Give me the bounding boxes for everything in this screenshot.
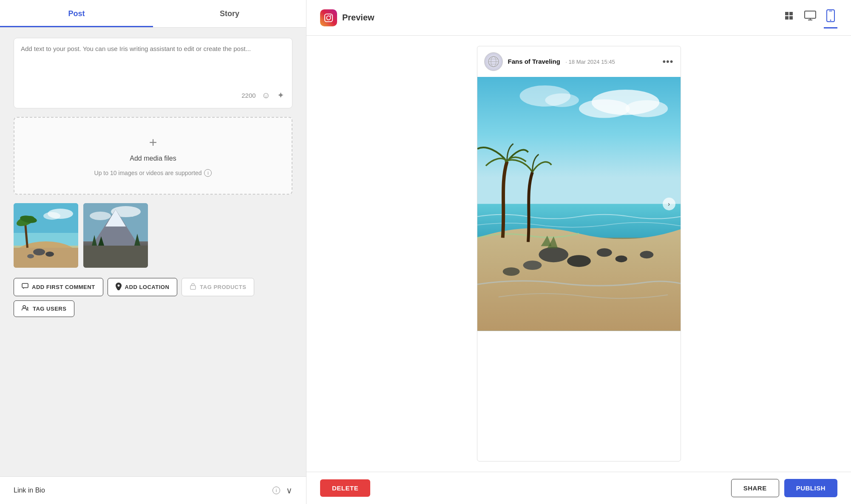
preview-title-group: Preview [320, 9, 374, 26]
tabs-container: Post Story [0, 0, 306, 28]
svg-point-56 [640, 251, 653, 258]
upload-hint-text: Up to 10 images or videos are supported [94, 170, 202, 176]
plus-icon: + [23, 135, 283, 150]
svg-point-45 [579, 99, 630, 118]
publish-button[interactable]: PUBLISH [784, 479, 837, 497]
svg-point-46 [625, 100, 668, 117]
tag-users-button[interactable]: TAG USERS [14, 300, 74, 317]
post-meta: Fans of Traveling · 18 Mar 2024 15:45 [508, 58, 658, 65]
add-first-comment-label: ADD FIRST COMMENT [32, 284, 95, 290]
tag-products-label: TAG PRODUCTS [200, 284, 246, 290]
mobile-view-button[interactable] [824, 7, 837, 28]
right-panel: Preview [306, 0, 851, 504]
svg-point-53 [596, 248, 612, 257]
add-location-button[interactable]: ADD LOCATION [108, 278, 178, 296]
magic-button[interactable]: ✦ [276, 89, 285, 101]
grid-view-button[interactable] [781, 8, 797, 27]
preview-footer: DELETE SHARE PUBLISH [306, 472, 851, 504]
device-icons [781, 7, 837, 28]
avatar [484, 52, 503, 71]
instagram-icon [320, 9, 337, 26]
svg-point-36 [830, 20, 831, 21]
bottom-bar-actions: i ∨ [272, 485, 292, 496]
svg-rect-34 [805, 11, 816, 18]
thumbnail-row [14, 203, 292, 268]
svg-point-54 [615, 255, 627, 262]
bottom-info-icon[interactable]: i [272, 487, 280, 494]
text-area-wrapper: 2200 ☺ ✦ [14, 38, 292, 108]
svg-point-14 [90, 212, 111, 220]
svg-rect-30 [785, 12, 789, 15]
post-author: Fans of Traveling [508, 58, 560, 65]
preview-content: Fans of Traveling · 18 Mar 2024 15:45 ••… [306, 36, 851, 472]
thumbnail-mountain[interactable] [83, 203, 148, 268]
delete-button[interactable]: DELETE [320, 479, 370, 497]
post-textarea[interactable] [21, 45, 285, 88]
post-card: Fans of Traveling · 18 Mar 2024 15:45 ••… [477, 46, 681, 462]
svg-rect-23 [22, 283, 28, 288]
emoji-button[interactable]: ☺ [261, 90, 271, 101]
info-icon: i [204, 169, 212, 177]
tag-users-label: TAG USERS [33, 306, 66, 312]
bag-icon [190, 283, 196, 291]
share-button[interactable]: SHARE [731, 479, 779, 497]
svg-rect-19 [83, 246, 148, 268]
desktop-view-button[interactable] [802, 8, 819, 27]
more-options-icon[interactable]: ••• [662, 56, 673, 67]
post-image: › [477, 77, 681, 331]
svg-point-29 [330, 15, 332, 16]
svg-point-11 [27, 254, 34, 258]
svg-point-50 [539, 247, 568, 262]
svg-point-10 [45, 252, 54, 257]
svg-rect-31 [789, 12, 793, 15]
tab-post[interactable]: Post [0, 0, 153, 27]
svg-point-55 [502, 267, 519, 276]
chevron-down-icon[interactable]: ∨ [286, 485, 292, 496]
svg-rect-5 [14, 248, 78, 268]
upload-hint: Up to 10 images or videos are supported … [23, 169, 283, 177]
tab-post-label: Post [68, 9, 85, 18]
post-card-header: Fans of Traveling · 18 Mar 2024 15:45 ••… [477, 46, 681, 77]
svg-rect-32 [785, 16, 789, 20]
left-content: 2200 ☺ ✦ + Add media files Up to 10 imag… [0, 28, 306, 476]
svg-point-51 [567, 255, 591, 267]
svg-point-2 [43, 212, 60, 220]
char-count: 2200 [241, 92, 255, 99]
post-date: · 18 Mar 2024 15:45 [565, 59, 615, 65]
link-in-bio-label: Link in Bio [14, 487, 45, 494]
action-buttons: ADD FIRST COMMENT ADD LOCATION TAG PR [14, 278, 292, 317]
svg-point-28 [326, 16, 330, 20]
bottom-bar: Link in Bio i ∨ [0, 476, 306, 504]
textarea-footer: 2200 ☺ ✦ [21, 89, 285, 101]
tag-products-button[interactable]: TAG PRODUCTS [182, 278, 254, 296]
preview-header: Preview [306, 0, 851, 36]
tab-story-label: Story [220, 9, 239, 18]
tab-story[interactable]: Story [153, 0, 306, 27]
add-first-comment-button[interactable]: ADD FIRST COMMENT [14, 278, 103, 296]
upload-label: Add media files [23, 155, 283, 162]
footer-right: SHARE PUBLISH [731, 479, 837, 497]
svg-rect-25 [190, 286, 196, 289]
location-icon [116, 283, 122, 292]
next-image-arrow[interactable]: › [663, 198, 675, 210]
preview-title: Preview [342, 13, 374, 23]
comment-icon [22, 283, 28, 291]
svg-point-9 [33, 249, 45, 255]
media-upload-area[interactable]: + Add media files Up to 10 images or vid… [14, 117, 292, 195]
svg-point-48 [545, 93, 579, 107]
svg-rect-33 [789, 16, 793, 20]
thumbnail-beach[interactable] [14, 203, 78, 268]
add-location-label: ADD LOCATION [125, 284, 170, 290]
left-panel: Post Story 2200 ☺ ✦ + Add media files Up… [0, 0, 306, 504]
svg-rect-27 [325, 14, 332, 21]
svg-point-26 [23, 306, 26, 308]
users-icon [22, 305, 29, 312]
svg-point-52 [523, 260, 542, 270]
